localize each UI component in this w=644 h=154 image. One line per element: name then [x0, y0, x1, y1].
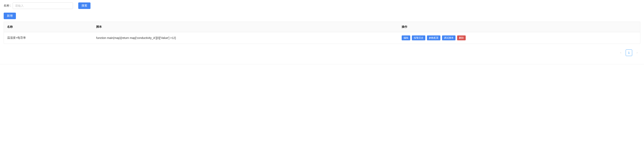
alarm-history-button[interactable]: 报警历史: [412, 36, 425, 40]
cell-name: 温湿度+电导率: [4, 32, 93, 44]
header-actions: 操作: [398, 22, 640, 32]
page-number[interactable]: 1: [626, 50, 632, 56]
header-script: 脚本: [93, 22, 398, 32]
name-label: 名称 :: [4, 4, 11, 8]
add-button[interactable]: 新增: [4, 13, 16, 19]
header-name: 名称: [4, 22, 93, 32]
debug-script-button[interactable]: 调试脚本: [442, 36, 456, 40]
search-button[interactable]: 搜索: [78, 2, 90, 9]
data-table: 名称 脚本 操作 温湿度+电导率 function main(map){retu…: [4, 22, 640, 44]
name-input[interactable]: [13, 2, 73, 9]
cell-actions: 编辑 报警历史 参数配置 调试脚本 删除: [398, 32, 640, 44]
table-header-row: 名称 脚本 操作: [4, 22, 640, 32]
pagination: 1: [0, 46, 644, 59]
cell-script: function main(map){return map['conductiv…: [93, 32, 398, 44]
prev-page-icon[interactable]: [618, 50, 624, 56]
search-bar: 名称 : 搜索: [4, 2, 640, 9]
edit-button[interactable]: 编辑: [402, 36, 410, 40]
table-row: 温湿度+电导率 function main(map){return map['c…: [4, 32, 640, 44]
next-page-icon[interactable]: [634, 50, 640, 56]
delete-button[interactable]: 删除: [457, 36, 466, 40]
param-config-button[interactable]: 参数配置: [427, 36, 440, 40]
